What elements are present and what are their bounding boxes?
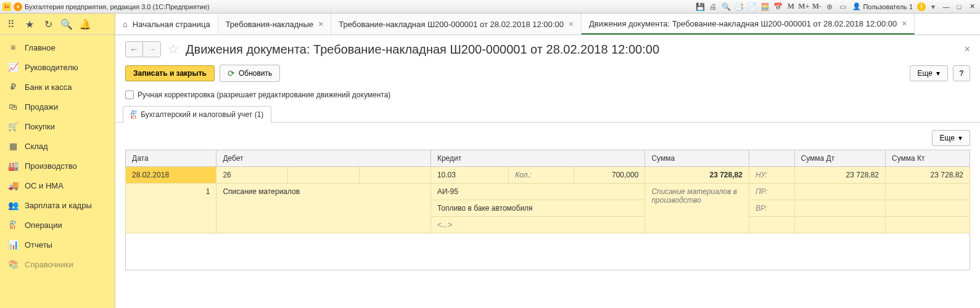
sidebar-item-label: Склад xyxy=(25,142,48,151)
user-icon: 👤 xyxy=(852,2,861,10)
chevron-down-icon: ▾ xyxy=(936,69,940,78)
cart-icon: 🛒 xyxy=(7,121,19,131)
panel-icon[interactable]: ▭ xyxy=(837,2,848,12)
menu-icon: ≡ xyxy=(7,43,19,52)
table-row[interactable]: 1 Списание материалов АИ-95 Списание мат… xyxy=(126,184,970,200)
sidebar-item-reports[interactable]: 📊Отчеты xyxy=(0,235,115,254)
user-menu[interactable]: 👤 Пользователь 1 xyxy=(850,2,915,10)
books-icon: 📚 xyxy=(7,259,19,269)
col-sum-dt[interactable]: Сумма Дт xyxy=(794,150,885,167)
close-icon[interactable]: × xyxy=(318,19,323,29)
cell-credit-text2: Топливо в баке автомобиля xyxy=(430,200,644,217)
favorites-star-icon[interactable]: ★ xyxy=(22,17,37,31)
save-close-button[interactable]: Записать и закрыть xyxy=(125,65,215,81)
sidebar-item-manager[interactable]: 📈Руководителю xyxy=(0,57,115,77)
more-label: Еще xyxy=(940,134,955,142)
col-date[interactable]: Дата xyxy=(126,150,216,167)
preview-icon[interactable]: 🔍 xyxy=(720,2,731,12)
sidebar-item-assets[interactable]: 🚚ОС и НМА xyxy=(0,176,115,195)
history-icon[interactable]: ↻ xyxy=(41,17,56,31)
copy-icon[interactable]: 📄 xyxy=(746,2,757,12)
search-icon[interactable]: 🔍 xyxy=(59,17,74,31)
close-icon[interactable]: × xyxy=(902,18,907,28)
nav-forward-button[interactable]: → xyxy=(143,42,160,57)
sidebar-item-purchases[interactable]: 🛒Покупки xyxy=(0,116,115,136)
save-close-label: Записать и закрыть xyxy=(133,69,207,78)
apps-grid-icon[interactable]: ⠿ xyxy=(4,17,19,31)
sidebar-item-label: Зарплата и кадры xyxy=(25,201,92,210)
tab-document-movements[interactable]: Движения документа: Требование-накладная… xyxy=(582,14,915,34)
col-credit[interactable]: Кредит xyxy=(430,150,644,167)
cell-credit-acc: 10.03 xyxy=(430,167,508,184)
reports-icon: 📊 xyxy=(7,240,19,249)
table-more-button[interactable]: Еще ▾ xyxy=(932,130,970,146)
movements-table: Дата Дебет Кредит Сумма Сумма Дт Сумма К… xyxy=(125,150,970,233)
factory-icon: 🏭 xyxy=(7,161,19,171)
sidebar-item-label: Справочники xyxy=(25,260,73,269)
sidebar-item-label: Покупки xyxy=(25,122,55,131)
sidebar-item-main[interactable]: ≡Главное xyxy=(0,38,115,57)
manual-edit-checkbox[interactable] xyxy=(125,91,134,99)
bell-icon[interactable]: 🔔 xyxy=(78,17,93,31)
dtkt-icon: ДтКт xyxy=(7,220,19,230)
tab-requirements-list[interactable]: Требования-накладные × xyxy=(218,14,332,34)
table-empty-area xyxy=(125,233,970,270)
m-minus-button[interactable]: M- xyxy=(811,2,822,12)
close-window-button[interactable]: ✕ xyxy=(966,2,978,12)
sidebar-item-production[interactable]: 🏭Производство xyxy=(0,156,115,176)
table-row[interactable]: 28.02.2018 26 10.03 Кол.: 700,000 23 728… xyxy=(126,167,970,184)
window-titlebar: 1c ▾ Бухгалтерия предприятия, редакция 3… xyxy=(0,0,980,14)
cell-credit-text3[interactable]: <...> xyxy=(437,221,452,229)
sidebar-item-warehouse[interactable]: ▦Склад xyxy=(0,136,115,156)
sidebar-item-salary[interactable]: 👥Зарплата и кадры xyxy=(0,195,115,215)
accounting-tab-label: Бухгалтерский и налоговый учет (1) xyxy=(141,110,263,119)
sidebar-item-sales[interactable]: 🛍Продажи xyxy=(0,97,115,116)
bag-icon: 🛍 xyxy=(7,102,19,111)
calendar-icon[interactable]: 📅 xyxy=(772,2,783,12)
page-title: Движения документа: Требование-накладная… xyxy=(186,43,659,57)
cell-line-no: 1 xyxy=(126,184,216,233)
save-icon[interactable]: 💾 xyxy=(694,2,706,12)
info-icon[interactable]: i xyxy=(917,2,926,11)
chart-icon: 📈 xyxy=(7,62,19,72)
minimize-button[interactable]: — xyxy=(941,2,952,12)
help-button[interactable]: ? xyxy=(953,65,970,81)
more-button[interactable]: Еще ▾ xyxy=(910,65,948,81)
sidebar-item-operations[interactable]: ДтКтОперации xyxy=(0,215,115,235)
cell-debit-acc: 26 xyxy=(216,167,288,184)
window-title: Бухгалтерия предприятия, редакция 3.0 (1… xyxy=(25,3,210,10)
sidebar-item-references[interactable]: 📚Справочники xyxy=(0,254,115,274)
cell-credit-text1: АИ-95 xyxy=(430,184,644,200)
sidebar-item-bank[interactable]: ₽Банк и касса xyxy=(0,77,115,97)
m-plus-button[interactable]: M+ xyxy=(798,2,809,12)
content-area: ← → ☆ Движения документа: Требование-нак… xyxy=(115,35,980,308)
col-debit[interactable]: Дебет xyxy=(216,150,430,167)
tab-home[interactable]: ⌂ Начальная страница xyxy=(115,14,218,34)
col-sum[interactable]: Сумма xyxy=(645,150,749,167)
refresh-icon: ⟳ xyxy=(228,68,235,78)
favorite-star-icon[interactable]: ☆ xyxy=(167,41,179,57)
cell-sum-text: Списание материалов в производство xyxy=(645,184,749,233)
refresh-button[interactable]: ⟳Обновить xyxy=(220,65,280,82)
compare-icon[interactable]: 📑 xyxy=(733,2,744,12)
accounting-tab[interactable]: ДтКт Бухгалтерский и налоговый учет (1) xyxy=(123,106,271,123)
nav-back-button[interactable]: ← xyxy=(126,42,143,57)
sidebar: ≡Главное 📈Руководителю ₽Банк и касса 🛍Пр… xyxy=(0,35,115,308)
close-page-button[interactable]: × xyxy=(965,44,970,55)
zoom-icon[interactable]: ⊕ xyxy=(824,2,835,12)
print-icon[interactable]: 🖨 xyxy=(707,2,719,12)
m-button[interactable]: M xyxy=(785,2,796,12)
tab-requirement-doc[interactable]: Требование-накладная Ш200-000001 от 28.0… xyxy=(331,14,582,34)
nav-buttons: ← → xyxy=(125,41,161,57)
col-sum-kt[interactable]: Сумма Кт xyxy=(886,150,970,167)
sidebar-item-label: ОС и НМА xyxy=(25,181,64,190)
dropdown-arrow-icon[interactable]: ▾ xyxy=(14,2,22,11)
info-dropdown-icon[interactable]: ▾ xyxy=(928,2,939,12)
maximize-button[interactable]: □ xyxy=(953,2,965,12)
pr-label: ПР: xyxy=(756,187,768,196)
sidebar-item-label: Руководителю xyxy=(25,63,78,72)
manual-edit-label: Ручная корректировка (разрешает редактир… xyxy=(138,91,390,99)
close-icon[interactable]: × xyxy=(569,19,574,29)
calculator-icon[interactable]: 🧮 xyxy=(759,2,770,12)
sidebar-item-label: Отчеты xyxy=(25,240,52,249)
